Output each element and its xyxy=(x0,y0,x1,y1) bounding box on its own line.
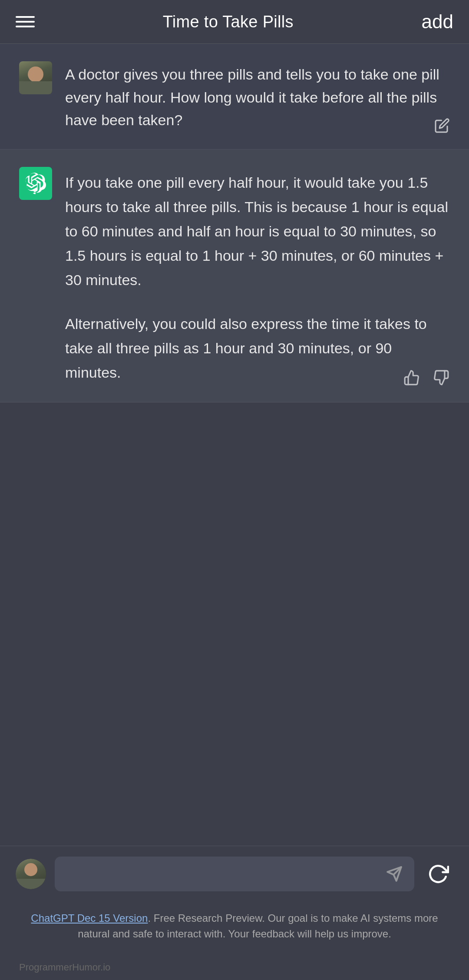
add-button[interactable]: add xyxy=(422,12,453,31)
messages-container: A doctor gives you three pills and tells… xyxy=(0,44,469,846)
user-avatar xyxy=(19,61,52,94)
watermark: ProgrammerHumor.io xyxy=(0,957,469,980)
user-message: A doctor gives you three pills and tells… xyxy=(0,44,469,149)
edit-icon[interactable] xyxy=(434,118,450,133)
footer: ChatGPT Dec 15 Version. Free Research Pr… xyxy=(0,902,469,957)
user-message-text: A doctor gives you three pills and tells… xyxy=(65,61,450,132)
reaction-icons xyxy=(403,369,450,386)
assistant-message-content: If you take one pill every half hour, it… xyxy=(65,167,450,385)
watermark-text: ProgrammerHumor.io xyxy=(19,962,110,973)
thumbs-up-icon[interactable] xyxy=(403,369,420,386)
refresh-button[interactable] xyxy=(423,859,453,889)
assistant-message: If you take one pill every half hour, it… xyxy=(0,149,469,402)
assistant-paragraph-1: If you take one pill every half hour, it… xyxy=(65,169,450,292)
header: Time to Take Pills add xyxy=(0,0,469,44)
message-input[interactable] xyxy=(65,867,378,881)
thumbs-down-icon[interactable] xyxy=(433,369,450,386)
input-field-wrapper xyxy=(55,857,414,891)
menu-button[interactable] xyxy=(16,16,35,27)
gpt-avatar xyxy=(19,167,52,200)
input-user-avatar xyxy=(16,859,46,889)
footer-version-link[interactable]: ChatGPT Dec 15 Version xyxy=(31,912,148,924)
page-title: Time to Take Pills xyxy=(163,13,294,31)
assistant-paragraph-2: Alternatively, you could also express th… xyxy=(65,310,450,385)
send-button[interactable] xyxy=(385,864,404,884)
input-area xyxy=(0,846,469,902)
